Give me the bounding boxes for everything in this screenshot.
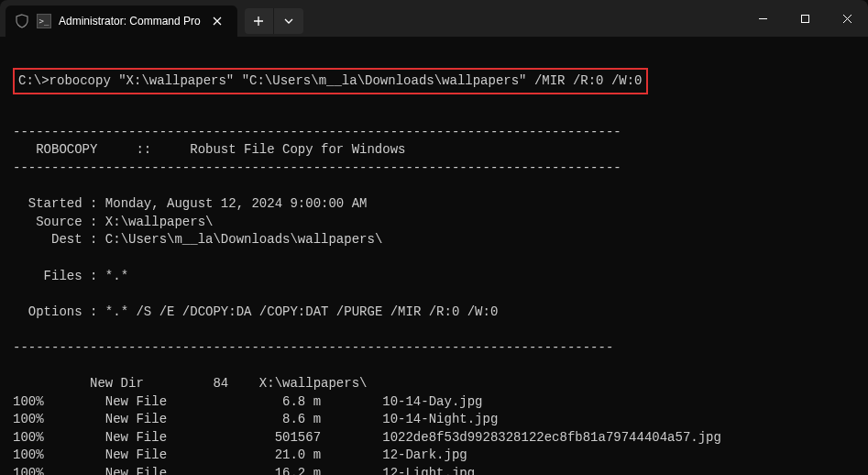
dest-line: Dest : C:\Users\m__la\Downloads\wallpape…	[13, 232, 382, 247]
separator: ----------------------------------------…	[13, 125, 621, 139]
maximize-button[interactable]	[784, 0, 826, 37]
minimize-button[interactable]	[742, 0, 784, 37]
file-line: 100% New File 6.8 m 10-14-Day.jpg	[13, 394, 482, 409]
command-prompt-icon: >_	[37, 14, 51, 28]
separator: ----------------------------------------…	[13, 160, 621, 175]
file-line: 100% New File 501567 1022de8f53d99283281…	[13, 430, 721, 445]
new-tab-button[interactable]	[245, 8, 274, 34]
active-tab[interactable]: >_ Administrator: Command Pro	[5, 6, 237, 37]
file-line: 100% New File 16.2 m 12-Light.jpg	[13, 466, 475, 475]
close-tab-button[interactable]	[208, 12, 226, 30]
source-line: Source : X:\wallpapers\	[13, 215, 213, 229]
terminal-output[interactable]: C:\>robocopy "X:\wallpapers" "C:\Users\m…	[0, 37, 868, 475]
close-icon	[842, 14, 852, 24]
command-highlight: C:\>robocopy "X:\wallpapers" "C:\Users\m…	[13, 68, 648, 95]
robocopy-output: ----------------------------------------…	[13, 105, 863, 475]
command-text: robocopy "X:\wallpapers" "C:\Users\m__la…	[49, 73, 643, 88]
plus-icon	[253, 16, 264, 27]
robocopy-header: ROBOCOPY :: Robust File Copy for Windows	[13, 142, 405, 157]
minimize-icon	[758, 14, 768, 24]
started-line: Started : Monday, August 12, 2024 9:00:0…	[13, 196, 367, 211]
prompt: C:\>	[18, 73, 49, 88]
separator: ----------------------------------------…	[13, 340, 613, 355]
close-window-button[interactable]	[826, 0, 868, 37]
window-controls	[742, 0, 868, 37]
tab-dropdown-button[interactable]	[274, 8, 303, 34]
file-line: 100% New File 21.0 m 12-Dark.jpg	[13, 447, 467, 462]
maximize-icon	[800, 14, 810, 24]
tab-title: Administrator: Command Pro	[59, 15, 201, 28]
close-icon	[213, 17, 222, 26]
options-line: Options : *.* /S /E /DCOPY:DA /COPY:DAT …	[13, 304, 498, 319]
svg-rect-0	[801, 15, 808, 22]
title-bar: >_ Administrator: Command Pro	[0, 0, 868, 37]
file-line: 100% New File 8.6 m 10-14-Night.jpg	[13, 412, 498, 426]
tab-actions	[245, 0, 303, 37]
files-line: Files : *.*	[13, 269, 128, 283]
dir-line: New Dir 84 X:\wallpapers\	[13, 376, 367, 391]
shield-icon	[15, 14, 29, 28]
chevron-down-icon	[284, 18, 293, 24]
